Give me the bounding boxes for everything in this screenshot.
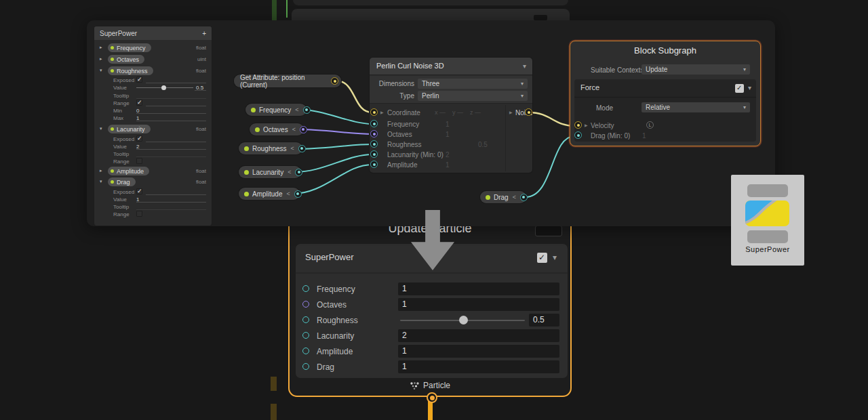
drag-field[interactable]: 1 (398, 360, 559, 373)
param-output-port[interactable] (520, 194, 528, 201)
octaves-disabled-field[interactable]: 1 (446, 131, 450, 138)
port-cyan-icon[interactable] (302, 332, 309, 339)
collapse-toggle[interactable]: < (292, 126, 296, 133)
perlin-curl-noise-node[interactable]: Perlin Curl Noise 3D ▾ Dimensions Three▾… (370, 58, 532, 173)
exposed-checkbox[interactable] (136, 77, 142, 83)
value-slider-handle[interactable] (161, 85, 166, 90)
property-pill[interactable]: Roughness (108, 66, 153, 75)
detail-max: Max 1 (94, 114, 212, 122)
edge-octaves[interactable] (298, 129, 372, 134)
edge-lacunarity[interactable] (294, 154, 372, 172)
range-checkbox[interactable] (136, 158, 142, 164)
tooltip-field[interactable] (136, 98, 206, 99)
context-capacity-box[interactable] (535, 226, 562, 236)
expand-arrow-icon[interactable]: ▸ (100, 57, 102, 62)
amplitude-disabled-field[interactable]: 1 (446, 161, 450, 169)
frequency-input-port[interactable] (370, 120, 378, 127)
tooltip-field[interactable] (136, 156, 206, 157)
amplitude-field[interactable]: 1 (398, 345, 559, 358)
roughness-value-field[interactable]: 0.5 (529, 314, 559, 327)
noise-output-port[interactable] (525, 108, 532, 116)
force-block[interactable]: Force ▾ Mode Relative▾ ▶ Velocity L Drag… (574, 79, 756, 142)
detail-range: Range (94, 158, 212, 165)
chevron-down-icon[interactable]: ▾ (523, 63, 526, 70)
position-output-port[interactable] (331, 77, 338, 85)
dimensions-dropdown[interactable]: Three▾ (418, 79, 528, 89)
property-pill[interactable]: Lacunarity (108, 125, 151, 133)
property-pill[interactable]: Frequency (108, 43, 151, 52)
exposed-checkbox[interactable] (136, 188, 142, 194)
param-output-port[interactable] (295, 169, 302, 176)
port-cyan-icon[interactable] (302, 348, 309, 354)
property-pill[interactable]: Octaves (108, 55, 144, 64)
chevron-down-icon[interactable]: ▾ (748, 85, 751, 91)
collapse-toggle[interactable]: < (295, 106, 298, 113)
edge-roughness[interactable] (296, 144, 372, 149)
edge-frequency[interactable] (300, 110, 372, 124)
collapse-arrow-icon[interactable]: ▾ (100, 127, 102, 131)
param-node-drag[interactable]: Drag < (480, 191, 526, 203)
superpower-asset-tile[interactable]: SuperPower (731, 175, 804, 266)
block-enabled-checkbox[interactable] (537, 253, 547, 263)
node-header[interactable]: Perlin Curl Noise 3D ▾ (370, 58, 532, 75)
property-pill[interactable]: Amplitude (108, 167, 149, 175)
force-enabled-checkbox[interactable] (735, 84, 744, 93)
type-dropdown[interactable]: Perlin▾ (418, 91, 528, 101)
param-node-lacunarity[interactable]: Lacunarity < (239, 166, 301, 178)
edge-amplitude[interactable] (292, 165, 372, 194)
frequency-field[interactable]: 1 (398, 282, 559, 295)
dropdown-arrow-icon: ▾ (521, 81, 524, 87)
velocity-input-port[interactable] (574, 121, 582, 129)
block-subgraph-node[interactable]: Block Subgraph Suitable Contexts Update▾… (570, 41, 761, 146)
octaves-input-port[interactable] (370, 130, 378, 138)
port-purple-icon[interactable] (302, 301, 309, 308)
amplitude-input-port[interactable] (370, 161, 378, 168)
range-checkbox[interactable] (136, 211, 142, 217)
port-cyan-icon[interactable] (302, 363, 309, 370)
frequency-disabled-field[interactable]: 1 (446, 121, 450, 128)
roughness-slider-handle[interactable] (459, 316, 468, 324)
lacunarity-input-port[interactable] (370, 150, 378, 158)
range-checkbox[interactable] (136, 100, 142, 106)
lacunarity-disabled-field[interactable]: 2 (446, 151, 450, 159)
collapse-toggle[interactable]: < (513, 194, 516, 201)
param-node-frequency[interactable]: Frequency < (245, 104, 307, 116)
drag-input-port[interactable] (574, 131, 582, 139)
property-pill[interactable]: Drag (108, 177, 136, 186)
collapse-arrow-icon[interactable]: ▾ (100, 180, 102, 184)
chevron-down-icon[interactable]: ▾ (553, 253, 557, 261)
add-property-button[interactable]: + (202, 30, 206, 37)
param-node-amplitude[interactable]: Amplitude < (239, 188, 300, 200)
velocity-link-badge[interactable]: L (646, 121, 654, 129)
lacunarity-field[interactable]: 2 (398, 329, 559, 342)
param-output-port[interactable] (300, 126, 307, 133)
particle-flow-port[interactable] (427, 392, 437, 403)
get-attribute-node[interactable]: Get Attribute: position (Current) (234, 75, 341, 87)
param-node-roughness[interactable]: Roughness < (239, 142, 302, 154)
suitable-contexts-dropdown[interactable]: Update▾ (642, 64, 750, 75)
param-output-port[interactable] (303, 106, 311, 114)
collapse-toggle[interactable]: < (286, 190, 290, 197)
edge-noise-to-velocity[interactable] (529, 112, 574, 126)
coordinate-input-port[interactable] (370, 108, 378, 116)
octaves-field[interactable]: 1 (398, 298, 559, 311)
tooltip-field[interactable] (136, 209, 206, 210)
collapse-toggle[interactable]: < (291, 145, 294, 152)
param-node-octaves[interactable]: Octaves < (250, 123, 304, 135)
roughness-disabled-field[interactable]: 0.5 (478, 141, 488, 148)
expand-arrow-icon[interactable]: ▸ (100, 45, 102, 50)
port-cyan-icon[interactable] (302, 285, 309, 292)
collapse-arrow-icon[interactable]: ▾ (100, 68, 102, 73)
port-cyan-icon[interactable] (302, 316, 309, 323)
drag-disabled-field[interactable]: 1 (642, 132, 646, 140)
param-output-port[interactable] (298, 145, 306, 152)
roughness-input-port[interactable] (370, 140, 378, 148)
expand-arrow-icon[interactable]: ▸ (100, 169, 102, 173)
exposed-checkbox[interactable] (136, 135, 142, 142)
mode-dropdown[interactable]: Relative▾ (642, 102, 750, 112)
coordinate-fields[interactable]: x — y — z — (435, 109, 481, 116)
collapse-toggle[interactable]: < (288, 169, 291, 175)
edge-position-to-coordinate[interactable] (336, 81, 372, 112)
edge-drag[interactable] (526, 136, 574, 197)
param-output-port[interactable] (294, 190, 302, 198)
